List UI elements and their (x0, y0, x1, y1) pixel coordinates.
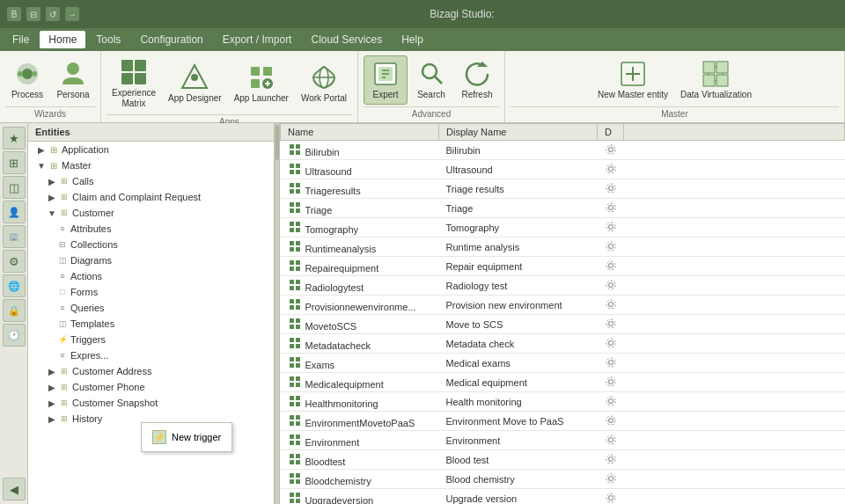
table-row[interactable]: EnvironmentMovetoPaaS Environment Move t… (281, 412, 845, 431)
table-row[interactable]: Healthmonitoring Health monitoring (281, 392, 845, 412)
tree-item-customer-snapshot[interactable]: ▶ ⊞ Customer Snapshot (28, 395, 274, 411)
cell-gear[interactable] (598, 296, 624, 315)
menu-export[interactable]: Export / Import (214, 31, 301, 48)
tree-item-expressions[interactable]: ≡ Expres... (28, 347, 274, 363)
svg-rect-98 (290, 338, 294, 342)
new-trigger-menu-item[interactable]: ⚡ New trigger (142, 427, 231, 448)
cell-gear[interactable] (598, 334, 624, 354)
tree-label-queries: Queries (70, 303, 105, 313)
cell-gear[interactable] (598, 392, 624, 412)
sidebar-icon-person[interactable]: 👤 (3, 201, 26, 223)
col-display-name[interactable]: Display Name (439, 124, 598, 141)
menu-help[interactable]: Help (393, 31, 432, 48)
sidebar-icon-arrow[interactable]: ◀ (3, 478, 26, 500)
menu-home[interactable]: Home (40, 31, 85, 48)
sidebar-icon-doc[interactable]: ◫ (3, 176, 26, 199)
tree-item-attributes[interactable]: ≡ Attributes (28, 221, 274, 237)
table-row[interactable]: Exams Medical exams (281, 354, 845, 373)
cell-name: Triageresults (281, 179, 439, 199)
process-button[interactable]: Process (5, 56, 49, 104)
tree-item-application[interactable]: ▶ ⊞ Application (28, 142, 274, 157)
svg-rect-140 (290, 473, 294, 478)
cell-gear[interactable] (598, 354, 624, 373)
tree-item-collections[interactable]: ⊟ Collections (28, 237, 274, 252)
tree-item-customer[interactable]: ▼ ⊞ Customer (28, 205, 274, 221)
svg-point-66 (608, 224, 613, 229)
sidebar-icon-globe[interactable]: 🌐 (3, 274, 26, 297)
new-master-entity-button[interactable]: New Master entity (592, 56, 673, 104)
sidebar-icon-clock[interactable]: 🕐 (3, 324, 26, 347)
tree-item-diagrams[interactable]: ◫ Diagrams (28, 252, 274, 268)
experience-matrix-button[interactable]: ExperienceMatrix (107, 55, 161, 113)
table-row[interactable]: Medicalequipment Medical equipment (281, 373, 845, 392)
table-row[interactable]: Triageresults Triage results (281, 179, 845, 199)
redo-icon[interactable]: → (65, 7, 79, 21)
tree-item-forms[interactable]: □ Forms (28, 284, 274, 300)
menu-file[interactable]: File (4, 31, 38, 48)
cell-gear[interactable] (598, 257, 624, 276)
ribbon-group-advanced: Expert Search Refresh Advanced (358, 51, 505, 122)
tree-item-queries[interactable]: ≡ Queries (28, 300, 274, 316)
cell-gear[interactable] (598, 431, 624, 450)
sidebar-icon-grid[interactable]: ⊞ (3, 151, 26, 174)
refresh-button[interactable]: Refresh (455, 56, 499, 104)
persona-button[interactable]: Persona (51, 56, 95, 104)
cell-gear[interactable] (598, 315, 624, 334)
table-row[interactable]: Triage Triage (281, 199, 845, 218)
svg-rect-82 (290, 286, 294, 290)
cell-gear[interactable] (598, 218, 624, 237)
table-row[interactable]: Bloodtest Blood test (281, 450, 845, 470)
table-row[interactable]: Metadatacheck Metadata check (281, 334, 845, 354)
sidebar-icon-building[interactable]: 🏢 (3, 225, 26, 248)
work-portal-button[interactable]: Work Portal (296, 60, 352, 107)
data-virtualization-button[interactable]: Data Virtualization (675, 56, 757, 104)
cell-gear[interactable] (598, 412, 624, 431)
app-designer-button[interactable]: App Designer (163, 60, 227, 107)
menu-configuration[interactable]: Configuration (131, 31, 211, 48)
sidebar-icon-lock[interactable]: 🔒 (3, 299, 26, 322)
sidebar-icon-star[interactable]: ★ (3, 127, 26, 150)
menu-tools[interactable]: Tools (87, 31, 129, 48)
save-icon[interactable]: ⊟ (26, 7, 40, 21)
table-row[interactable]: Provisionnewenvironme... Provision new e… (281, 296, 845, 315)
sidebar-icon-settings[interactable]: ⚙ (3, 250, 26, 273)
table-row[interactable]: Environment Environment (281, 431, 845, 450)
table-row[interactable]: Upgradeversion Upgrade version (281, 489, 845, 505)
cell-gear[interactable] (598, 199, 624, 218)
action-icon: ≡ (56, 270, 69, 282)
tree-item-actions[interactable]: ≡ Actions (28, 268, 274, 284)
search-button[interactable]: Search (409, 56, 453, 104)
table-row[interactable]: Ultrasound Ultrasound (281, 160, 845, 179)
cell-gear[interactable] (598, 237, 624, 257)
app-launcher-button[interactable]: App Launcher (229, 60, 294, 107)
expert-button[interactable]: Expert (364, 55, 408, 105)
table-row[interactable]: Repairequipment Repair equipment (281, 257, 845, 276)
cell-gear[interactable] (598, 489, 624, 505)
svg-point-79 (606, 261, 615, 270)
cell-gear[interactable] (598, 373, 624, 392)
table-row[interactable]: Radiologytest Radiology test (281, 276, 845, 296)
col-d[interactable]: D (598, 124, 624, 141)
svg-rect-95 (296, 325, 300, 329)
tree-item-triggers[interactable]: ⚡ Triggers (28, 332, 274, 347)
tree-item-customer-phone[interactable]: ▶ ⊞ Customer Phone (28, 379, 274, 395)
table-row[interactable]: Tomography Tomography (281, 218, 845, 237)
tree-item-master[interactable]: ▼ ⊞ Master (28, 157, 274, 173)
cell-gear[interactable] (598, 470, 624, 489)
table-row[interactable]: Runtimeanalysis Runtime analysis (281, 237, 845, 257)
tree-item-customer-address[interactable]: ▶ ⊞ Customer Address (28, 363, 274, 379)
tree-item-calls[interactable]: ▶ ⊞ Calls (28, 173, 274, 189)
table-row[interactable]: MovetoSCS Move to SCS (281, 315, 845, 334)
cell-gear[interactable] (598, 141, 624, 160)
col-name[interactable]: Name (281, 124, 439, 141)
table-row[interactable]: Bilirubin Bilirubin (281, 141, 845, 160)
menu-cloud[interactable]: Cloud Services (302, 31, 391, 48)
tree-item-claim[interactable]: ▶ ⊞ Claim and Complaint Request (28, 189, 274, 205)
table-row[interactable]: Bloodchemistry Blood chemistry (281, 470, 845, 489)
cell-gear[interactable] (598, 179, 624, 199)
undo-icon[interactable]: ↺ (46, 7, 60, 21)
cell-gear[interactable] (598, 160, 624, 179)
tree-item-templates[interactable]: ◫ Templates (28, 316, 274, 332)
cell-gear[interactable] (598, 276, 624, 296)
cell-gear[interactable] (598, 450, 624, 470)
